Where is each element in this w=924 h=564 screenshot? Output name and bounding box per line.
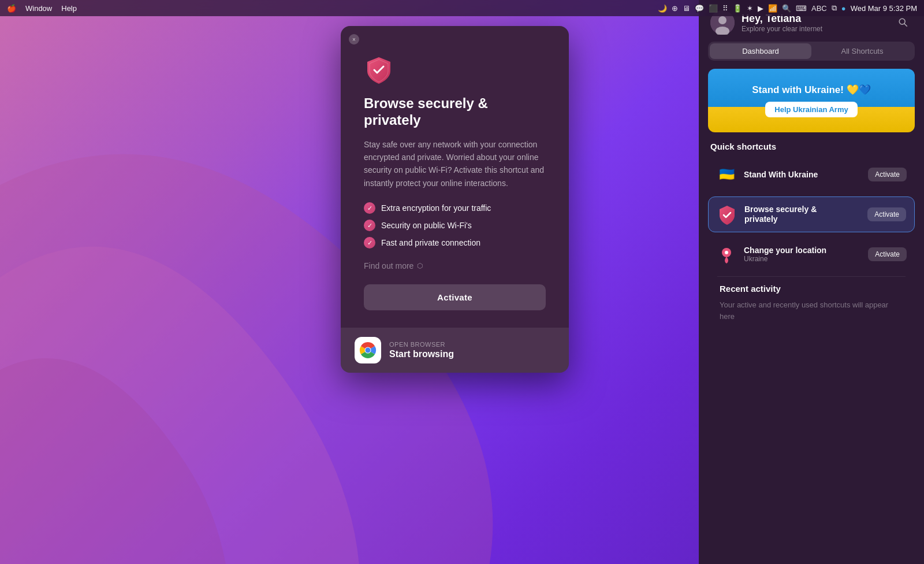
shortcut-item-ukraine[interactable]: 🇺🇦 Stand With Ukraine Activate <box>708 157 915 192</box>
search-icon: 🔍 <box>782 4 791 13</box>
feature-item-1: ✓ Extra encryption for your traffic <box>364 202 546 214</box>
open-browser-title: Start browsing <box>389 349 454 359</box>
screenshot-icon: ⬛ <box>709 4 718 13</box>
shortcut-text-location: Change your location Ukraine <box>744 246 861 264</box>
shortcut-detail-location: Ukraine <box>744 255 861 263</box>
activate-browse-button[interactable]: Activate <box>867 207 906 221</box>
find-more-link[interactable]: Find out more ⬡ <box>364 261 546 270</box>
ukraine-banner-title: Stand with Ukraine! 💛💙 <box>752 84 870 96</box>
shortcut-name-ukraine: Stand With Ukraine <box>744 170 861 180</box>
check-icon-3: ✓ <box>364 237 375 248</box>
menubar-right: 🌙 ⊕ 🖥 💬 ⬛ ⠿ 🔋 ✶ ▶ 📶 🔍 ⌨ ABC ⧉ ● Wed Mar … <box>658 3 917 13</box>
divider <box>717 276 906 277</box>
feature-item-2: ✓ Security on public Wi-Fi's <box>364 220 546 231</box>
tab-dashboard[interactable]: Dashboard <box>710 43 811 59</box>
location-pin-icon <box>716 244 737 265</box>
feature-list: ✓ Extra encryption for your traffic ✓ Se… <box>364 202 546 248</box>
right-panel: Hey, Tetiana Explore your clear internet… <box>699 0 924 564</box>
open-browser-text: OPEN BROWSER Start browsing <box>389 341 454 359</box>
feature-item-3: ✓ Fast and private connection <box>364 237 546 248</box>
moon-icon: 🌙 <box>658 4 667 13</box>
modal-body: Browse securely & privately Stay safe ov… <box>341 26 569 328</box>
svg-line-7 <box>904 24 907 26</box>
shield-icon <box>364 55 394 85</box>
vpn-icon: ● <box>841 4 846 13</box>
feature-label-1: Extra encryption for your traffic <box>381 203 491 213</box>
cast-icon: ⊕ <box>672 4 678 13</box>
grid-icon: ⠿ <box>722 4 728 13</box>
vpn-modal: × Browse securely & privately Stay safe … <box>341 26 569 373</box>
modal-description: Stay safe over any network with your con… <box>364 138 546 190</box>
mirror-icon: ⧉ <box>832 3 837 13</box>
keyboard-icon: ⌨ <box>796 4 807 13</box>
shortcut-name-browse: Browse securely &privately <box>744 205 860 224</box>
recent-activity-label: Recent activity <box>708 284 915 299</box>
modal-title: Browse securely & privately <box>364 95 546 129</box>
panel-tabs: Dashboard All Shortcuts <box>708 42 915 61</box>
ukraine-banner: Stand with Ukraine! 💛💙 Help Ukrainian Ar… <box>708 69 915 132</box>
quick-shortcuts-label: Quick shortcuts <box>699 142 924 157</box>
svg-point-9 <box>725 251 728 254</box>
play-icon: ▶ <box>758 4 763 13</box>
modal-activate-button[interactable]: Activate <box>364 284 546 310</box>
menu-window[interactable]: Window <box>25 4 52 13</box>
chrome-icon-wrapper <box>355 337 381 363</box>
menubar-left: 🍎 Window Help <box>7 4 77 13</box>
battery-icon: 🔋 <box>733 4 742 13</box>
shortcut-item-browse[interactable]: Browse securely &privately Activate <box>708 196 915 232</box>
open-browser-section[interactable]: OPEN BROWSER Start browsing <box>341 328 569 373</box>
chrome-icon <box>359 342 377 359</box>
text-icon: ABC <box>811 4 827 13</box>
apple-icon: 🍎 <box>7 4 16 13</box>
shortcut-text-ukraine: Stand With Ukraine <box>744 170 861 180</box>
browse-shield-icon <box>717 204 737 225</box>
shortcut-list: 🇺🇦 Stand With Ukraine Activate <box>699 157 924 564</box>
menu-help[interactable]: Help <box>61 4 77 13</box>
menubar: 🍎 Window Help 🌙 ⊕ 🖥 💬 ⬛ ⠿ 🔋 ✶ ▶ 📶 🔍 ⌨ AB… <box>0 0 924 16</box>
close-button[interactable]: × <box>349 34 359 44</box>
close-icon: × <box>352 36 356 43</box>
search-icon <box>898 17 908 28</box>
tab-all-shortcuts[interactable]: All Shortcuts <box>811 43 913 59</box>
speech-icon: 💬 <box>695 4 704 13</box>
activate-location-button[interactable]: Activate <box>868 247 907 261</box>
check-icon-1: ✓ <box>364 202 375 214</box>
svg-point-2 <box>366 348 371 353</box>
svg-point-4 <box>718 16 726 24</box>
menubar-datetime: Wed Mar 9 5:32 PM <box>851 4 917 13</box>
ukraine-help-button[interactable]: Help Ukrainian Army <box>765 102 857 117</box>
panel-subtitle: Explore your clear internet <box>742 25 887 33</box>
open-browser-label: OPEN BROWSER <box>389 341 454 348</box>
activate-ukraine-button[interactable]: Activate <box>868 168 907 181</box>
feature-label-3: Fast and private connection <box>381 238 480 247</box>
shortcut-text-browse: Browse securely &privately <box>744 205 860 224</box>
arrow-icon: ⬡ <box>417 262 423 270</box>
wifi-icon: 📶 <box>768 4 777 13</box>
check-icon-2: ✓ <box>364 220 375 231</box>
display-icon: 🖥 <box>683 4 690 13</box>
shortcut-item-location[interactable]: Change your location Ukraine Activate <box>708 237 915 272</box>
find-more-label: Find out more <box>364 261 413 270</box>
ukraine-flag-icon: 🇺🇦 <box>716 164 737 185</box>
svg-point-6 <box>899 18 905 24</box>
shortcut-name-location: Change your location <box>744 246 861 255</box>
recent-activity-empty: Your active and recently used shortcuts … <box>708 299 915 322</box>
bluetooth-icon: ✶ <box>747 4 753 13</box>
feature-label-2: Security on public Wi-Fi's <box>381 221 472 230</box>
